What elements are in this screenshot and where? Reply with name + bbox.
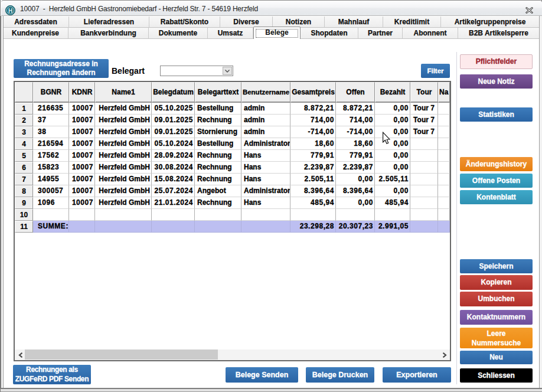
- svg-text:H: H: [8, 8, 12, 14]
